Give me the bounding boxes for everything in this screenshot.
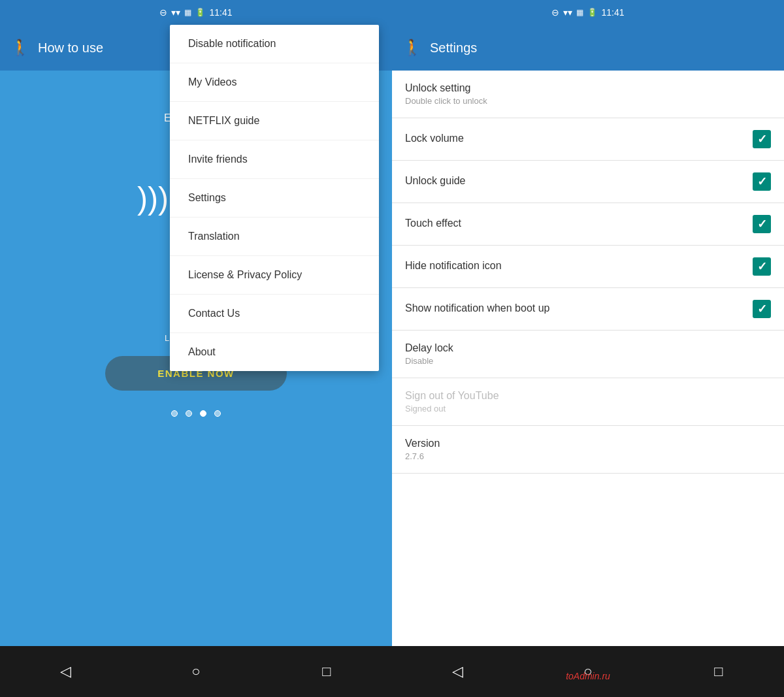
dropdown-menu: Disable notificationMy VideosNETFLIX gui… [170,25,379,371]
settings-item-3[interactable]: Touch effect✓ [392,203,784,246]
settings-item-subtitle-0: Double click to unlock [405,96,771,106]
settings-item-7: Sign out of YouTubeSigned out [392,378,784,426]
dropdown-item-1[interactable]: My Videos [170,63,379,102]
dropdown-item-2[interactable]: NETFLIX guide [170,102,379,140]
settings-item-5[interactable]: Show notification when boot up✓ [392,288,784,331]
checkbox-1[interactable]: ✓ [753,130,771,148]
dropdown-item-7[interactable]: Contact Us [170,295,379,333]
crawling-icon-left: 🚶 [10,39,30,57]
settings-item-title-2: Unlock guide [405,175,753,187]
checkbox-3[interactable]: ✓ [753,215,771,233]
nav-bar: ◁ ○ □ ◁ ○ □ toAdmin.ru [0,646,784,697]
battery-icon-right: 🔋 [587,8,597,17]
settings-item-text-8: Version2.7.6 [405,438,771,461]
time-right: 11:41 [601,7,624,18]
settings-item-title-3: Touch effect [405,218,753,229]
wifi-icon-right: ▾▾ [563,7,572,18]
settings-item-subtitle-7: Signed out [405,404,771,413]
signal-icon-right: ▦ [576,8,583,17]
checkmark-icon-4: ✓ [757,259,767,274]
right-panel: 🚶 Settings Unlock settingDouble click to… [392,25,784,671]
settings-item-title-8: Version [405,438,771,449]
settings-item-1[interactable]: Lock volume✓ [392,118,784,161]
dot-4 [214,410,221,417]
settings-item-title-5: Show notification when boot up [405,302,753,314]
settings-item-text-5: Show notification when boot up [405,302,753,316]
dropdown-item-8[interactable]: About [170,333,379,371]
settings-item-subtitle-8: 2.7.6 [405,451,771,461]
checkbox-2[interactable]: ✓ [753,172,771,191]
crawling-icon-right: 🚶 [402,39,422,57]
status-bar-right: ⊖ ▾▾ ▦ 🔋 11:41 [392,7,784,18]
status-bar-left: ⊖ ▾▾ ▦ 🔋 11:41 [0,7,392,18]
settings-item-text-6: Delay lockDisable [405,342,771,366]
settings-item-text-0: Unlock settingDouble click to unlock [405,82,771,106]
settings-item-title-4: Hide notification icon [405,260,753,272]
settings-item-text-2: Unlock guide [405,175,753,189]
settings-item-text-4: Hide notification icon [405,260,753,274]
dropdown-item-3[interactable]: Invite friends [170,140,379,179]
settings-list: Unlock settingDouble click to unlockLock… [392,71,784,671]
back-button-left[interactable]: ◁ [49,655,82,688]
dot-3 [200,410,206,417]
sound-waves-icon: ))) [137,183,169,214]
recent-button-right[interactable]: □ [702,655,735,688]
time-left: 11:41 [209,7,232,18]
settings-item-text-1: Lock volume [405,133,753,146]
status-bar: ⊖ ▾▾ ▦ 🔋 11:41 ⊖ ▾▾ ▦ 🔋 11:41 [0,0,784,25]
settings-item-subtitle-6: Disable [405,356,771,366]
signal-icon-left: ▦ [184,8,191,17]
dropdown-item-4[interactable]: Settings [170,179,379,218]
back-button-right[interactable]: ◁ [441,655,474,688]
settings-item-0: Unlock settingDouble click to unlock [392,71,784,118]
checkbox-4[interactable]: ✓ [753,257,771,276]
settings-item-2[interactable]: Unlock guide✓ [392,161,784,203]
settings-item-title-0: Unlock setting [405,82,771,94]
checkbox-5[interactable]: ✓ [753,300,771,318]
dot-2 [186,410,192,417]
checkmark-icon-2: ✓ [757,174,767,189]
left-header-title: How to use [38,41,103,56]
dropdown-item-5[interactable]: Translation [170,218,379,256]
wifi-icon-left: ▾▾ [171,7,180,18]
recent-button-left[interactable]: □ [310,655,343,688]
settings-item-text-3: Touch effect [405,218,753,231]
checkmark-icon-5: ✓ [757,302,767,316]
checkmark-icon-3: ✓ [757,217,767,231]
nav-section-left: ◁ ○ □ [0,655,392,688]
minus-icon-right: ⊖ [551,7,559,18]
home-button-right[interactable]: ○ [572,655,604,688]
settings-item-4[interactable]: Hide notification icon✓ [392,246,784,288]
minus-icon-left: ⊖ [159,7,167,18]
dropdown-item-6[interactable]: License & Privacy Policy [170,256,379,295]
checkmark-icon-1: ✓ [757,132,767,146]
right-header: 🚶 Settings [392,25,784,71]
settings-item-6: Delay lockDisable [392,331,784,378]
right-header-title: Settings [430,41,477,56]
nav-section-right: ◁ ○ □ toAdmin.ru [392,655,784,688]
pagination-dots [171,410,221,417]
settings-item-8: Version2.7.6 [392,426,784,474]
settings-item-text-7: Sign out of YouTubeSigned out [405,390,771,413]
dropdown-item-0[interactable]: Disable notification [170,25,379,63]
settings-item-title-6: Delay lock [405,342,771,354]
settings-item-title-1: Lock volume [405,133,753,144]
dot-1 [171,410,178,417]
home-button-left[interactable]: ○ [180,655,212,688]
settings-item-title-7: Sign out of YouTube [405,390,771,402]
battery-icon-left: 🔋 [195,8,205,17]
